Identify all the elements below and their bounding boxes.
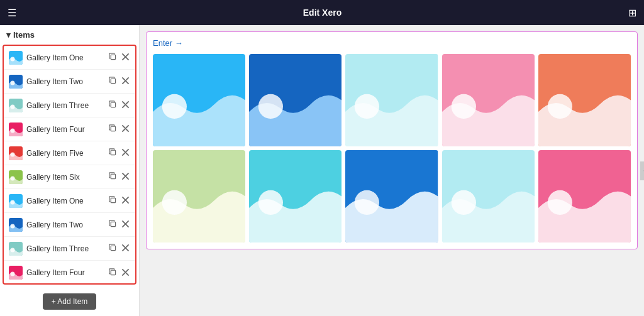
duplicate-button[interactable]	[108, 195, 118, 207]
gallery-card[interactable]	[442, 150, 535, 242]
menu-icon[interactable]: ☰	[8, 7, 16, 19]
list-item: Gallery Item Three	[4, 94, 135, 117]
list-item: Gallery Item One	[4, 189, 135, 213]
list-item: Gallery Item Six	[4, 165, 135, 189]
item-actions	[108, 123, 130, 135]
add-item-button[interactable]: + Add Item	[43, 293, 97, 310]
list-item: Gallery Item Three	[4, 237, 135, 261]
items-section-label: Items	[13, 30, 35, 40]
item-actions	[108, 171, 130, 183]
svg-point-46	[11, 272, 15, 276]
svg-point-1	[11, 57, 15, 61]
gallery-container: Enter →	[146, 31, 638, 249]
gallery-card[interactable]	[538, 54, 631, 146]
item-thumbnail	[9, 194, 23, 208]
item-thumbnail	[9, 242, 23, 256]
gallery-card[interactable]	[538, 150, 631, 242]
svg-point-16	[11, 128, 15, 133]
delete-button[interactable]	[121, 219, 130, 230]
duplicate-button[interactable]	[108, 219, 118, 231]
item-label: Gallery Item Five	[26, 149, 104, 158]
list-item: Gallery Item Four	[4, 117, 135, 141]
item-thumbnail	[9, 75, 23, 89]
item-label: Gallery Item One	[26, 53, 104, 62]
gallery-card[interactable]	[345, 150, 438, 242]
svg-point-57	[451, 94, 475, 119]
grid-icon[interactable]: ⊞	[628, 7, 636, 19]
duplicate-button[interactable]	[108, 75, 118, 87]
item-actions	[108, 219, 130, 231]
gallery-card[interactable]	[345, 54, 438, 146]
chevron-down-icon: ▾	[6, 30, 11, 40]
svg-point-36	[11, 224, 15, 228]
svg-point-69	[548, 190, 572, 215]
delete-button[interactable]	[121, 124, 130, 134]
svg-point-31	[11, 200, 15, 204]
duplicate-button[interactable]	[108, 52, 118, 63]
delete-button[interactable]	[121, 100, 130, 111]
svg-point-11	[11, 104, 15, 109]
delete-button[interactable]	[121, 52, 130, 63]
delete-button[interactable]	[121, 76, 130, 87]
item-actions	[108, 195, 130, 207]
item-thumbnail	[9, 218, 23, 232]
item-thumbnail	[9, 99, 23, 112]
item-actions	[108, 75, 130, 87]
svg-point-26	[11, 176, 15, 180]
gallery-card[interactable]	[249, 150, 341, 242]
duplicate-button[interactable]	[108, 171, 118, 183]
gallery-card[interactable]	[153, 150, 245, 242]
svg-rect-27	[111, 174, 115, 178]
gallery-card[interactable]	[249, 54, 341, 146]
delete-button[interactable]	[121, 268, 130, 278]
sidebar: ▾ Items Gallery Item One Gallery Item Tw…	[0, 25, 140, 316]
svg-point-53	[258, 94, 283, 119]
duplicate-button[interactable]	[108, 123, 118, 135]
sidebar-section-header: ▾ Items	[0, 25, 139, 45]
list-item: Gallery Item Two	[4, 70, 135, 94]
svg-rect-37	[111, 222, 115, 226]
main-content: Enter →	[140, 25, 644, 316]
item-thumbnail	[9, 266, 23, 280]
item-actions	[108, 147, 130, 159]
list-item: Gallery Item Two	[4, 213, 135, 237]
svg-rect-7	[111, 79, 115, 83]
item-label: Gallery Item Four	[26, 268, 104, 277]
svg-point-67	[451, 190, 475, 215]
delete-button[interactable]	[121, 148, 130, 158]
duplicate-button[interactable]	[108, 147, 118, 159]
duplicate-button[interactable]	[108, 99, 118, 111]
svg-rect-32	[111, 198, 115, 202]
item-thumbnail	[9, 170, 23, 184]
topbar-title: Edit Xero	[303, 8, 341, 18]
gallery-card[interactable]	[153, 54, 245, 146]
duplicate-button[interactable]	[108, 242, 118, 254]
item-label: Gallery Item Three	[26, 244, 104, 253]
svg-point-65	[355, 190, 379, 215]
gallery-card[interactable]	[442, 54, 535, 146]
item-thumbnail	[9, 51, 23, 65]
delete-button[interactable]	[121, 172, 130, 182]
main-layout: ▾ Items Gallery Item One Gallery Item Tw…	[0, 25, 644, 316]
svg-point-55	[355, 94, 379, 119]
duplicate-button[interactable]	[108, 267, 118, 279]
item-actions	[108, 52, 130, 63]
svg-point-63	[258, 190, 283, 215]
svg-point-41	[11, 248, 15, 252]
svg-point-21	[11, 152, 15, 156]
enter-link[interactable]: Enter →	[153, 38, 183, 48]
item-label: Gallery Item Four	[26, 125, 104, 134]
list-item: Gallery Item Four	[4, 261, 135, 285]
collapse-handle[interactable]: ‹	[640, 161, 644, 180]
topbar: ☰ Edit Xero ⊞	[0, 0, 644, 25]
item-actions	[108, 99, 130, 111]
item-actions	[108, 242, 130, 254]
svg-rect-42	[111, 246, 115, 250]
sidebar-items-panel: Gallery Item One Gallery Item Two Galler…	[3, 45, 136, 285]
delete-button[interactable]	[121, 243, 130, 254]
delete-button[interactable]	[121, 195, 130, 206]
svg-rect-22	[111, 150, 115, 155]
svg-point-61	[162, 190, 187, 215]
item-label: Gallery Item Three	[26, 101, 104, 110]
item-label: Gallery Item Six	[26, 173, 104, 182]
